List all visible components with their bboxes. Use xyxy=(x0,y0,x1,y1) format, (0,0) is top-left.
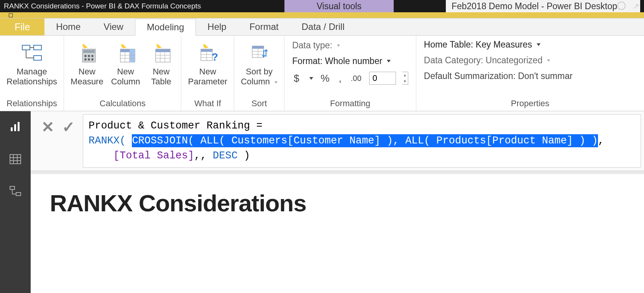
contextual-tab-label[interactable]: Visual tools xyxy=(284,0,394,12)
new-column-button[interactable]: NewColumn xyxy=(109,39,142,89)
svg-point-10 xyxy=(88,55,90,57)
cancel-formula-button[interactable]: ✕ xyxy=(41,118,54,136)
tab-home[interactable]: Home xyxy=(44,18,92,35)
group-sort-label: Sort xyxy=(239,96,279,111)
view-rail xyxy=(0,111,31,293)
quick-access-toolbar xyxy=(0,12,644,18)
group-calculations: NewMeasure NewColumn NewTable Calculatio… xyxy=(64,36,181,111)
home-table-dropdown[interactable]: Home Table: Key Measures xyxy=(424,40,636,50)
formula-editor[interactable]: Product & Customer Ranking = RANKX( CROS… xyxy=(83,114,641,168)
formula-area: ✕ ✓ Product & Customer Ranking = RANKX( … xyxy=(31,111,644,293)
commit-formula-button[interactable]: ✓ xyxy=(62,118,75,136)
share-icon[interactable]: ↗ xyxy=(633,2,639,11)
ribbon-tabs: File Home View Modeling Help Format Data… xyxy=(0,18,644,36)
new-measure-icon xyxy=(75,41,99,65)
new-table-icon xyxy=(149,41,173,65)
svg-rect-2 xyxy=(34,45,41,50)
tab-format[interactable]: Format xyxy=(238,18,290,35)
svg-rect-23 xyxy=(156,49,170,52)
group-properties-label: Properties xyxy=(424,96,636,111)
new-parameter-label: NewParameter xyxy=(188,67,227,87)
svg-point-9 xyxy=(84,55,87,57)
decimal-spinner[interactable]: ▲ ▼ xyxy=(402,72,408,85)
window-title: Feb2018 Demo Model - Power BI Desktop xyxy=(446,0,640,12)
group-relationships: ManageRelationships Relationships xyxy=(0,36,64,111)
default-summarization-dropdown[interactable]: Default Summarization: Don't summar xyxy=(424,71,636,81)
sort-by-column-button[interactable]: Sort byColumn xyxy=(239,39,279,89)
data-view-icon[interactable] xyxy=(8,151,23,167)
currency-caret-icon[interactable] xyxy=(309,77,313,80)
tab-modeling[interactable]: Modeling xyxy=(135,19,196,36)
new-column-icon xyxy=(113,41,138,65)
group-formatting-label: Formatting xyxy=(292,96,408,111)
svg-point-12 xyxy=(84,58,87,61)
percent-button[interactable]: % xyxy=(319,72,331,84)
currency-button[interactable]: $ xyxy=(292,72,301,84)
group-sort: Sort byColumn Sort xyxy=(234,36,284,111)
data-category-dropdown[interactable]: Data Category: Uncategorized xyxy=(424,55,636,66)
svg-point-13 xyxy=(88,58,90,61)
new-measure-button[interactable]: NewMeasure xyxy=(69,39,105,89)
svg-rect-8 xyxy=(83,50,95,53)
report-view-icon[interactable] xyxy=(8,119,23,134)
svg-rect-47 xyxy=(10,186,15,189)
tab-help[interactable]: Help xyxy=(196,18,238,35)
sort-by-column-label: Sort byColumn xyxy=(241,67,278,87)
sort-by-column-icon xyxy=(247,41,271,65)
svg-rect-39 xyxy=(11,127,13,131)
tab-file[interactable]: File xyxy=(0,18,44,35)
group-relationships-label: Relationships xyxy=(5,96,59,111)
svg-point-11 xyxy=(91,55,94,57)
data-type-dropdown[interactable]: Data type: xyxy=(292,40,408,51)
svg-point-14 xyxy=(91,58,94,61)
svg-rect-40 xyxy=(14,124,16,131)
new-table-label: NewTable xyxy=(151,67,171,87)
new-column-label: NewColumn xyxy=(111,67,140,87)
main-area: ✕ ✓ Product & Customer Ranking = RANKX( … xyxy=(0,111,644,293)
precision-icon: .00 xyxy=(349,74,363,83)
svg-rect-48 xyxy=(16,193,21,196)
report-canvas[interactable]: RANKX Considerations xyxy=(31,174,644,293)
svg-rect-3 xyxy=(34,56,41,60)
new-parameter-icon: ? xyxy=(196,41,220,65)
model-view-icon[interactable] xyxy=(8,184,23,199)
decimal-places-input[interactable] xyxy=(369,72,396,85)
qat-save-icon[interactable] xyxy=(0,12,21,18)
spinner-up-icon[interactable]: ▲ xyxy=(402,72,408,78)
svg-rect-17 xyxy=(130,49,135,62)
svg-rect-41 xyxy=(18,122,20,131)
format-dropdown[interactable]: Format: Whole number xyxy=(292,56,408,66)
manage-relationships-icon xyxy=(20,41,44,65)
svg-text:?: ? xyxy=(212,51,218,63)
svg-rect-42 xyxy=(10,155,21,164)
page-title: RANKX Considerations xyxy=(50,189,625,217)
ribbon: ManageRelationships Relationships NewMea… xyxy=(0,36,644,111)
new-measure-label: NewMeasure xyxy=(71,67,104,87)
comma-button[interactable]: , xyxy=(337,72,343,84)
spinner-down-icon[interactable]: ▼ xyxy=(402,78,408,84)
video-title-bar: RANKX Considerations - Power BI & DAX Fo… xyxy=(0,0,644,12)
watch-later-icon[interactable] xyxy=(617,2,626,10)
formula-selection: CROSSJOIN( ALL( Customers[Customer Name]… xyxy=(132,134,598,147)
new-table-button[interactable]: NewTable xyxy=(146,39,176,89)
svg-rect-1 xyxy=(22,45,30,50)
manage-relationships-label: ManageRelationships xyxy=(7,67,57,87)
tab-view[interactable]: View xyxy=(92,18,135,35)
svg-rect-0 xyxy=(9,13,12,17)
manage-relationships-button[interactable]: ManageRelationships xyxy=(5,39,59,89)
group-formatting: Data type: Format: Whole number $ % , .0… xyxy=(284,36,416,111)
group-properties: Home Table: Key Measures Data Category: … xyxy=(416,36,644,111)
group-calculations-label: Calculations xyxy=(69,96,176,111)
group-whatif: ? NewParameter What If xyxy=(181,36,234,111)
tab-data-drill[interactable]: Data / Drill xyxy=(290,18,356,35)
group-whatif-label: What If xyxy=(186,96,229,111)
new-parameter-button[interactable]: ? NewParameter xyxy=(186,39,229,89)
formula-bar: ✕ ✓ Product & Customer Ranking = RANKX( … xyxy=(31,111,644,171)
